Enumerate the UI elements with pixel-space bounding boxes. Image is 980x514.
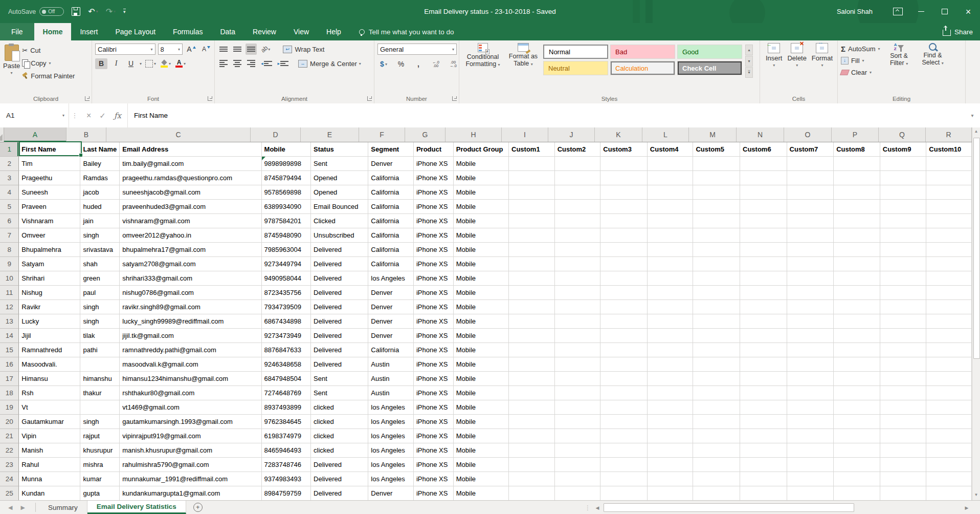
cell-I6[interactable] bbox=[509, 214, 555, 228]
cell-B20[interactable]: singh bbox=[80, 415, 120, 429]
cell-K9[interactable] bbox=[600, 257, 648, 271]
cell-N8[interactable] bbox=[740, 243, 787, 257]
cell-H9[interactable]: Mobile bbox=[454, 257, 509, 271]
cell-G6[interactable]: iPhone XS bbox=[414, 214, 454, 228]
cell-D3[interactable]: 8745879494 bbox=[262, 171, 311, 185]
cell-J19[interactable] bbox=[555, 400, 601, 415]
cell-N19[interactable] bbox=[740, 400, 787, 415]
cell-Q15[interactable] bbox=[880, 343, 927, 357]
cell-C17[interactable]: himansu1234himanshu@gmail.com bbox=[120, 372, 261, 386]
column-header-H[interactable]: H bbox=[446, 127, 502, 142]
cell-L6[interactable] bbox=[648, 214, 694, 228]
cell-E20[interactable]: clicked bbox=[311, 415, 368, 429]
cell-N25[interactable] bbox=[740, 486, 787, 500]
cell-L16[interactable] bbox=[648, 357, 694, 372]
cell-L24[interactable] bbox=[648, 472, 694, 486]
middle-align-button[interactable] bbox=[232, 44, 243, 55]
confirm-entry-icon[interactable]: ✓ bbox=[99, 111, 106, 120]
cell-K22[interactable] bbox=[600, 443, 648, 458]
cell-M20[interactable] bbox=[693, 415, 740, 429]
cell-H8[interactable]: Mobile bbox=[454, 243, 509, 257]
ribbon-tab-help[interactable]: Help bbox=[318, 23, 350, 40]
cell-H14[interactable]: Mobile bbox=[454, 329, 509, 343]
cell-E24[interactable]: Delivered bbox=[311, 472, 368, 486]
cell-F13[interactable]: Denver bbox=[368, 314, 414, 329]
cell-L8[interactable] bbox=[648, 243, 694, 257]
cell-E14[interactable]: Delivered bbox=[311, 329, 368, 343]
accounting-format-button[interactable]: $▾ bbox=[377, 59, 390, 70]
cell-Q24[interactable] bbox=[880, 472, 927, 486]
cell-B3[interactable]: Ramdas bbox=[80, 171, 120, 185]
cell-M19[interactable] bbox=[693, 400, 740, 415]
increase-decimal-button[interactable]: ←.0.00 bbox=[430, 59, 442, 70]
cell-K17[interactable] bbox=[600, 372, 648, 386]
cell-K4[interactable] bbox=[600, 185, 648, 200]
orientation-button[interactable]: ab▾ bbox=[259, 44, 272, 55]
cell-F12[interactable]: Denver bbox=[368, 300, 414, 314]
cell-F23[interactable]: los Angeles bbox=[368, 458, 414, 472]
cell-D19[interactable]: 8937493899 bbox=[262, 400, 311, 415]
cell-R6[interactable] bbox=[926, 214, 972, 228]
cell-A21[interactable]: Vipin bbox=[19, 429, 80, 443]
cell-M17[interactable] bbox=[693, 372, 740, 386]
vertical-scrollbar-thumb[interactable] bbox=[973, 138, 980, 359]
ribbon-display-options-button[interactable] bbox=[886, 0, 909, 23]
cell-Q18[interactable] bbox=[880, 386, 927, 400]
cell-D4[interactable]: 9578569898 bbox=[262, 185, 311, 200]
cell-style-neutral[interactable]: Neutral bbox=[543, 61, 608, 75]
cell-F25[interactable]: Denver bbox=[368, 486, 414, 500]
cell-D15[interactable]: 8876847633 bbox=[262, 343, 311, 357]
row-header-5[interactable]: 5 bbox=[0, 200, 19, 214]
cell-I9[interactable] bbox=[509, 257, 555, 271]
number-format-combo[interactable]: General▾ bbox=[377, 44, 457, 55]
cell-J3[interactable] bbox=[555, 171, 601, 185]
select-all-corner[interactable] bbox=[0, 127, 4, 142]
decrease-decimal-button[interactable]: .00→.0 bbox=[447, 59, 459, 70]
cell-G19[interactable]: iPhone XS bbox=[414, 400, 454, 415]
cell-P8[interactable] bbox=[834, 243, 880, 257]
cell-J2[interactable] bbox=[555, 157, 601, 171]
cell-A9[interactable]: Satyam bbox=[19, 257, 80, 271]
paste-button[interactable]: Paste ▾ bbox=[3, 43, 20, 93]
cell-J9[interactable] bbox=[555, 257, 601, 271]
save-icon[interactable] bbox=[72, 7, 80, 16]
cell-O13[interactable] bbox=[787, 314, 834, 329]
cell-L17[interactable] bbox=[648, 372, 694, 386]
decrease-indent-button[interactable]: ◂ bbox=[259, 58, 274, 69]
cell-H22[interactable]: Mobile bbox=[454, 443, 509, 458]
cell-R19[interactable] bbox=[926, 400, 972, 415]
cell-E21[interactable]: clicked bbox=[311, 429, 368, 443]
cell-G3[interactable]: iPhone XS bbox=[414, 171, 454, 185]
cell-O5[interactable] bbox=[787, 200, 834, 214]
cell-F22[interactable]: los Angeles bbox=[368, 443, 414, 458]
cell-J8[interactable] bbox=[555, 243, 601, 257]
delete-cells-button[interactable]: ✕ Delete ▾ bbox=[787, 43, 807, 93]
cell-J18[interactable] bbox=[555, 386, 601, 400]
cell-O20[interactable] bbox=[787, 415, 834, 429]
row-header-10[interactable]: 10 bbox=[0, 271, 19, 286]
row-header-18[interactable]: 18 bbox=[0, 386, 19, 400]
cell-B10[interactable]: green bbox=[80, 271, 120, 286]
cell-K18[interactable] bbox=[600, 386, 648, 400]
cell-R22[interactable] bbox=[926, 443, 972, 458]
row-header-1[interactable]: 1 bbox=[0, 142, 19, 157]
row-header-14[interactable]: 14 bbox=[0, 329, 19, 343]
cell-Q10[interactable] bbox=[880, 271, 927, 286]
cell-L19[interactable] bbox=[648, 400, 694, 415]
cell-E12[interactable]: Delivered bbox=[311, 300, 368, 314]
cell-N10[interactable] bbox=[740, 271, 787, 286]
cell-Q25[interactable] bbox=[880, 486, 927, 500]
undo-button[interactable]: ↶▾ bbox=[88, 8, 98, 16]
cell-I20[interactable] bbox=[509, 415, 555, 429]
cell-D8[interactable]: 7985963004 bbox=[262, 243, 311, 257]
cell-L13[interactable] bbox=[648, 314, 694, 329]
cell-P22[interactable] bbox=[834, 443, 880, 458]
cell-A18[interactable]: Rsh bbox=[19, 386, 80, 400]
cell-N11[interactable] bbox=[740, 286, 787, 300]
cell-Q2[interactable] bbox=[880, 157, 927, 171]
cell-K7[interactable] bbox=[600, 228, 648, 243]
cell-O1[interactable]: Custom7 bbox=[787, 142, 834, 157]
cell-N13[interactable] bbox=[740, 314, 787, 329]
cell-H25[interactable]: Mobile bbox=[454, 486, 509, 500]
cell-N22[interactable] bbox=[740, 443, 787, 458]
